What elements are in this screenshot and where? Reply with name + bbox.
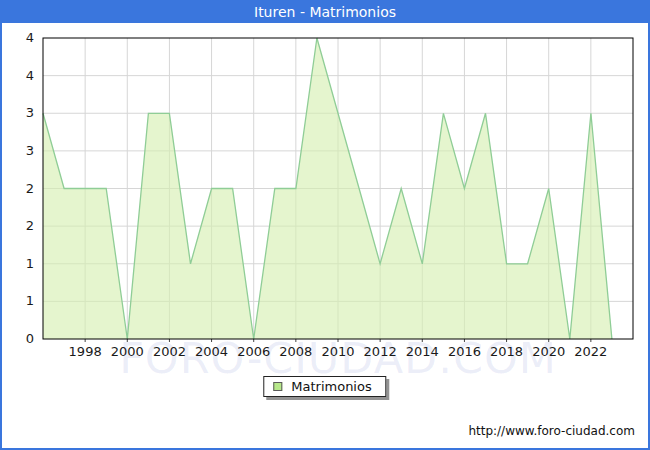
x-axis-tick-label: 2020 bbox=[528, 344, 570, 359]
x-axis-tick-label: 2000 bbox=[106, 344, 148, 359]
y-axis-tick-label: 4 bbox=[8, 30, 34, 45]
x-axis-tick-label: 2010 bbox=[317, 344, 359, 359]
x-axis-tick-label: 2008 bbox=[275, 344, 317, 359]
title-bar: Ituren - Matrimonios bbox=[2, 2, 648, 23]
x-axis-tick-label: 2012 bbox=[359, 344, 401, 359]
x-axis-tick-label: 2018 bbox=[486, 344, 528, 359]
y-axis-tick-label: 1 bbox=[8, 256, 34, 271]
legend-item-label[interactable]: Matrimonios bbox=[291, 379, 371, 394]
y-axis-tick-label: 3 bbox=[8, 143, 34, 158]
x-axis-tick-label: 1998 bbox=[64, 344, 106, 359]
y-axis-tick-label: 2 bbox=[8, 218, 34, 233]
y-axis-tick-label: 3 bbox=[8, 105, 34, 120]
x-axis-tick-label: 2016 bbox=[443, 344, 485, 359]
x-axis-tick-label: 2002 bbox=[148, 344, 190, 359]
x-axis-tick-label: 2014 bbox=[401, 344, 443, 359]
y-axis-tick-label: 0 bbox=[8, 331, 34, 346]
chart-window: Ituren - Matrimonios 0112233441998200020… bbox=[0, 0, 650, 450]
chart-title: Ituren - Matrimonios bbox=[254, 4, 396, 20]
legend-box: Matrimonios bbox=[263, 376, 386, 397]
x-axis-tick-label: 2006 bbox=[233, 344, 275, 359]
footer-url[interactable]: http://www.foro-ciudad.com bbox=[468, 424, 635, 438]
x-axis-tick-label: 2022 bbox=[570, 344, 612, 359]
chart-area: 0112233441998200020022004200620082010201… bbox=[2, 23, 648, 448]
y-axis-tick-label: 4 bbox=[8, 68, 34, 83]
y-axis-tick-label: 2 bbox=[8, 181, 34, 196]
y-axis-tick-label: 1 bbox=[8, 293, 34, 308]
legend-swatch-icon[interactable] bbox=[273, 382, 282, 391]
x-axis-tick-label: 2004 bbox=[191, 344, 233, 359]
